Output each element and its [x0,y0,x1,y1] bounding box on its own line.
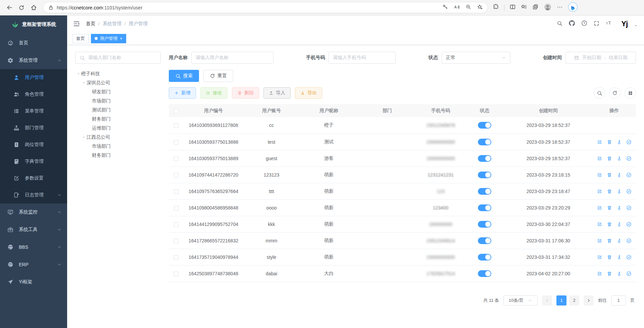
delete-action-icon[interactable] [607,254,612,260]
sidebar-item-Yi框架[interactable]: Yi框架 [0,273,67,291]
sidebar-item-角色管理[interactable]: 角色管理 [0,86,67,103]
delete-action-icon[interactable] [607,189,612,194]
sidebar-item-系统工具[interactable]: 系统工具 [0,221,67,238]
home-icon[interactable] [28,2,39,13]
key-action-icon[interactable] [616,189,622,194]
status-toggle[interactable] [478,172,491,178]
key-action-icon[interactable] [616,271,622,276]
check-action-icon[interactable] [626,205,632,210]
goto-page-input[interactable]: 1 [611,295,626,306]
username-input[interactable]: 请输入用户名称 [191,52,274,64]
check-action-icon[interactable] [626,271,632,276]
user-avatar[interactable]: Yj [618,18,631,30]
sidebar-item-日志管理[interactable]: 日志管理 [0,187,67,203]
bing-icon[interactable] [568,2,578,13]
key-action-icon[interactable] [616,156,622,161]
sidebar-item-系统管理[interactable]: 系统管理 [0,52,67,69]
status-toggle[interactable] [478,270,491,277]
export-button[interactable]: 导出 [295,87,322,99]
split-screen-icon[interactable] [509,4,516,11]
reload-icon[interactable] [16,2,27,13]
row-checkbox[interactable] [174,173,179,178]
github-icon[interactable] [569,20,575,28]
address-bar[interactable]: https://ccnetcore.com:1101/system/user A [43,2,488,13]
date-range-picker[interactable]: 开始日期 - 结束日期 [565,52,636,64]
delete-action-icon[interactable] [607,172,612,178]
row-checkbox[interactable] [174,222,179,227]
tab-user-management[interactable]: 用户管理 × [91,34,126,43]
edit-action-icon[interactable] [597,156,602,161]
mini-search-icon[interactable] [594,87,605,99]
edit-action-icon[interactable] [597,172,602,178]
tree-node-测试部门[interactable]: 测试部门 [75,105,161,114]
close-tab-icon[interactable]: × [120,36,122,41]
page-button-1[interactable]: 1 [556,295,566,306]
font-size-icon[interactable]: TT [606,20,612,28]
sidebar-item-ERP[interactable]: ERP [0,256,67,273]
tree-node-橙子科技[interactable]: 橙子科技 [75,69,161,78]
phone-input[interactable]: 请输入手机号码 [329,52,396,64]
delete-action-icon[interactable] [607,139,612,145]
delete-button[interactable]: 删除 [232,87,259,99]
delete-action-icon[interactable] [607,238,612,243]
edit-button[interactable]: 修改 [200,87,228,99]
status-select[interactable]: 正常 [442,52,510,64]
page-size-select[interactable]: 10条/页 [503,295,538,306]
check-action-icon[interactable] [626,156,632,161]
edit-action-icon[interactable] [597,271,602,276]
extensions-icon[interactable] [493,4,499,11]
sidebar-item-BBS[interactable]: BBS [0,238,67,256]
status-toggle[interactable] [478,221,491,228]
sidebar-item-菜单管理[interactable]: 菜单管理 [0,103,67,120]
key-action-icon[interactable] [616,238,622,243]
collections-icon[interactable] [532,4,539,11]
row-checkbox[interactable] [174,189,179,194]
key-action-icon[interactable] [616,205,622,210]
status-toggle[interactable] [478,188,491,195]
mini-grid-icon[interactable] [625,87,636,99]
zoom-out-icon[interactable] [465,4,471,11]
breadcrumb-system[interactable]: 系统管理 [103,21,121,27]
status-toggle[interactable] [478,122,491,129]
row-checkbox[interactable] [174,239,179,243]
dept-search-input[interactable]: 请输入部门名称 [75,52,161,64]
profile-avatar-icon[interactable] [544,3,552,12]
collapse-sidebar-icon[interactable] [73,20,80,27]
sidebar-item-参数设置[interactable]: 参数设置 [0,170,67,187]
delete-action-icon[interactable] [607,222,612,227]
breadcrumb-home[interactable]: 首页 [86,21,95,27]
caret-icon[interactable] [76,72,81,76]
select-all-checkbox[interactable] [174,109,179,113]
tree-node-研发部门[interactable]: 研发部门 [75,87,161,96]
row-checkbox[interactable] [174,123,179,128]
row-checkbox[interactable] [174,255,179,260]
edit-action-icon[interactable] [597,189,602,194]
search-button[interactable]: 搜索 [169,70,199,82]
sidebar-item-系统监控[interactable]: 系统监控 [0,203,67,221]
status-toggle[interactable] [478,155,491,162]
row-checkbox[interactable] [174,140,179,145]
edit-action-icon[interactable] [597,222,602,227]
tree-node-财务部门[interactable]: 财务部门 [75,114,161,124]
help-icon[interactable]: ? [581,20,587,28]
check-action-icon[interactable] [626,238,632,243]
sidebar-item-用户管理[interactable]: 用户管理 [0,69,67,86]
mini-refresh-icon[interactable] [609,87,621,99]
check-action-icon[interactable] [626,189,632,194]
edit-action-icon[interactable] [597,205,602,210]
sidebar-item-部门管理[interactable]: 部门管理 [0,120,67,136]
delete-action-icon[interactable] [607,205,612,210]
next-page-button[interactable] [584,295,594,306]
status-toggle[interactable] [478,204,491,211]
status-toggle[interactable] [478,237,491,244]
edit-action-icon[interactable] [597,139,602,145]
check-action-icon[interactable] [626,254,632,260]
tree-node-运维部门[interactable]: 运维部门 [75,124,161,133]
sidebar-item-字典管理[interactable]: 字典管理 [0,153,67,170]
edit-action-icon[interactable] [597,254,602,260]
delete-action-icon[interactable] [607,271,612,276]
check-action-icon[interactable] [626,172,632,178]
status-toggle[interactable] [478,254,491,261]
key-action-icon[interactable] [616,254,622,260]
reset-button[interactable]: 重置 [203,70,233,82]
